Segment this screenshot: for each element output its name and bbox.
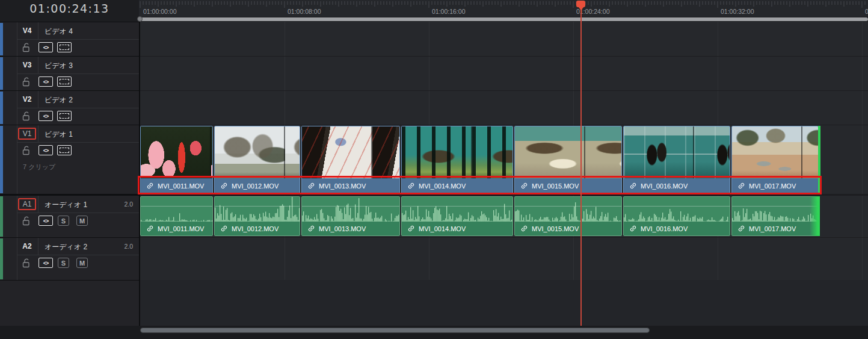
timeline-empty-area [140, 280, 868, 326]
auto-select-button[interactable]: <> [38, 42, 53, 52]
clip-display-button[interactable] [57, 42, 72, 52]
video-clip[interactable]: MVI_0017.MOV [731, 126, 819, 194]
zoom-scrollbar-handle[interactable] [137, 16, 143, 22]
clip-name: MVI_0011.MOV [158, 182, 204, 190]
divider [17, 213, 139, 213]
track-header-panel: V4ビデオ 4<>V3ビデオ 3<>V2ビデオ 2<>V1ビデオ 1<>7 クリ… [0, 22, 140, 326]
audio-waveform [402, 197, 512, 222]
zoom-scrollbar[interactable] [140, 17, 868, 21]
track-target-button[interactable]: V3 [18, 61, 36, 69]
clip-display-button[interactable] [57, 145, 72, 155]
clip-name-bar: MVI_0013.MOV [302, 178, 399, 193]
lock-button[interactable] [22, 145, 31, 155]
divider [38, 125, 38, 142]
audio-clip[interactable]: MVI_0011.MOV [140, 196, 213, 236]
playhead-line[interactable] [580, 7, 582, 326]
track-target-button[interactable]: V4 [18, 26, 36, 35]
lock-icon [22, 258, 31, 268]
clip-name: MVI_0013.MOV [319, 225, 366, 232]
solo-button[interactable]: S [58, 258, 69, 268]
video-clip[interactable]: MVI_0012.MOV [214, 126, 300, 194]
video-clip[interactable]: MVI_0015.MOV [514, 126, 622, 194]
divider [38, 57, 38, 73]
link-icon [627, 223, 638, 234]
audio-clip[interactable]: MVI_0012.MOV [214, 196, 300, 236]
filmstrip-icon [60, 79, 69, 84]
track-target-button[interactable]: A1 [18, 198, 36, 210]
ruler-label: 01:00:00:00 [143, 8, 176, 15]
filmstrip-icon [60, 113, 69, 119]
link-icon [736, 180, 746, 191]
track-separator-line [0, 194, 139, 196]
lock-button[interactable] [22, 76, 31, 87]
audio-clip[interactable]: MVI_0016.MOV [623, 196, 730, 236]
link-icon [519, 180, 529, 191]
video-clip[interactable]: MVI_0016.MOV [623, 126, 730, 194]
timecode-display[interactable]: 01:00:24:13 [0, 0, 139, 17]
clip-name-bar: MVI_0015.MOV [515, 222, 621, 235]
auto-select-icon: <> [43, 218, 49, 224]
clip-thumbnail [402, 126, 512, 178]
clip-name-bar: MVI_0014.MOV [402, 222, 512, 235]
clip-name-bar: MVI_0011.MOV [141, 222, 212, 235]
link-icon [405, 180, 416, 191]
clip-name: MVI_0014.MOV [419, 225, 466, 232]
auto-select-button[interactable]: <> [38, 216, 53, 226]
mute-button[interactable]: M [76, 258, 88, 268]
lock-button[interactable] [22, 42, 31, 52]
link-icon [519, 223, 529, 234]
clip-name: MVI_0017.MOV [749, 225, 796, 232]
video-clip[interactable]: MVI_0013.MOV [301, 126, 400, 194]
track-target-button[interactable]: V2 [18, 95, 36, 104]
track-name[interactable]: オーディオ 1 [45, 200, 87, 210]
audio-clip[interactable]: MVI_0014.MOV [401, 196, 513, 236]
track-clip-count: 7 クリップ [23, 163, 55, 172]
track-separator-line [140, 237, 868, 238]
ruler-label: 01:00:08:00 [288, 8, 321, 15]
timeline-ruler[interactable]: 01:00:00:0001:00:08:0001:00:16:0001:00:2… [139, 0, 868, 17]
clip-display-button[interactable] [57, 76, 72, 87]
clip-display-button[interactable] [57, 111, 72, 121]
lock-button[interactable] [22, 216, 31, 226]
track-name[interactable]: ビデオ 1 [45, 129, 73, 140]
track-name[interactable]: オーディオ 2 [45, 242, 87, 252]
solo-button[interactable]: S [58, 216, 69, 226]
video-clip[interactable]: MVI_0014.MOV [401, 126, 513, 194]
track-name[interactable]: ビデオ 3 [45, 61, 73, 71]
lock-button[interactable] [22, 258, 31, 268]
horizontal-scrollbar-thumb[interactable] [140, 328, 650, 333]
lock-button[interactable] [22, 111, 31, 121]
link-icon [736, 223, 746, 234]
ruler-label: 01:00:40:00 [865, 8, 868, 15]
track-color-strip [0, 238, 3, 279]
audio-clip[interactable]: MVI_0017.MOV [731, 196, 819, 236]
divider [17, 108, 139, 108]
auto-select-button[interactable]: <> [38, 258, 53, 268]
video-clip[interactable]: MVI_0011.MOV [140, 126, 213, 194]
playhead-handle[interactable] [576, 1, 585, 7]
divider [17, 142, 139, 143]
clip-name: MVI_0017.MOV [749, 182, 796, 190]
clip-name-bar: MVI_0016.MOV [624, 178, 730, 193]
track-name[interactable]: ビデオ 4 [45, 26, 73, 37]
track-separator-line [0, 90, 139, 91]
clip-name: MVI_0014.MOV [419, 182, 466, 190]
auto-select-button[interactable]: <> [38, 76, 53, 87]
link-icon [144, 223, 155, 234]
track-target-button[interactable]: V1 [18, 128, 36, 140]
mute-button[interactable]: M [76, 216, 88, 226]
auto-select-button[interactable]: <> [38, 111, 53, 121]
track-channels-label: 2.0 [124, 201, 133, 208]
clip-name-bar: MVI_0011.MOV [141, 178, 212, 193]
clip-thumbnail [515, 126, 621, 178]
audio-clip[interactable]: MVI_0015.MOV [514, 196, 622, 236]
audio-waveform [624, 197, 730, 222]
clip-name-bar: MVI_0017.MOV [732, 178, 818, 193]
track-name[interactable]: ビデオ 2 [45, 95, 73, 105]
audio-clip[interactable]: MVI_0013.MOV [301, 196, 400, 236]
auto-select-button[interactable]: <> [38, 145, 53, 155]
track-target-button[interactable]: A2 [18, 242, 36, 250]
track-separator-line [0, 125, 139, 125]
audio-waveform [732, 197, 818, 222]
divider [38, 196, 38, 213]
